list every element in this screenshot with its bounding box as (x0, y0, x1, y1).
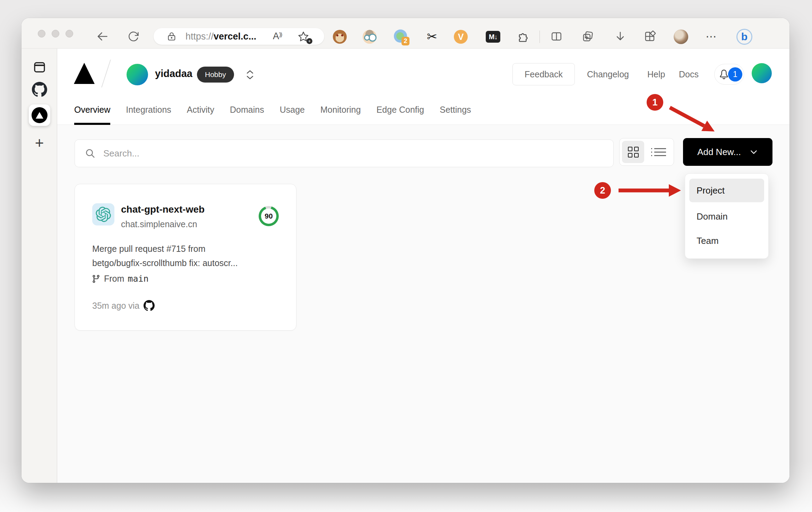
extension-proxy-icon[interactable]: 2 (393, 29, 409, 45)
browser-window: https://vercel.c... A)) + 2 ✂ V M↓ (21, 18, 789, 483)
grid-view-icon (628, 147, 639, 157)
address-bar[interactable]: https://vercel.c... A)) + (154, 28, 324, 45)
apps-icon[interactable] (642, 29, 657, 44)
chevron-down-icon (749, 147, 758, 156)
github-icon (144, 300, 155, 311)
browser-toolbar: https://vercel.c... A)) + 2 ✂ V M↓ (21, 18, 789, 49)
traffic-light-close[interactable] (38, 30, 45, 37)
dropdown-item-team[interactable]: Team (689, 229, 764, 253)
search-icon (85, 148, 96, 159)
changelog-link[interactable]: Changelog (587, 69, 629, 79)
sidebar-add-icon[interactable]: + (21, 135, 57, 151)
sidebar-github-icon[interactable] (21, 82, 57, 97)
plan-badge: Hobby (197, 67, 234, 83)
tab-monitoring[interactable]: Monitoring (320, 94, 361, 125)
extension-markdown-icon[interactable]: M↓ (485, 29, 501, 45)
score-value: 90 (261, 208, 276, 224)
git-branch-icon (92, 274, 101, 283)
tab-edge-config[interactable]: Edge Config (377, 94, 424, 125)
extension-avatar-icon[interactable] (362, 29, 378, 45)
search-input[interactable] (103, 148, 613, 159)
breadcrumb-slash (101, 60, 111, 88)
vercel-header: yidadaa Hobby Feedback Changelog Help Do… (57, 49, 789, 125)
more-menu-icon[interactable]: ⋯ (704, 29, 719, 44)
add-new-dropdown: Project Domain Team (685, 173, 769, 259)
list-view-icon (654, 148, 666, 156)
vercel-triangle-icon (36, 112, 43, 119)
toolbar-divider (539, 31, 540, 43)
project-logo (92, 203, 114, 225)
add-new-button[interactable]: Add New... (683, 138, 772, 166)
downloads-icon[interactable] (613, 29, 628, 44)
favorite-star-icon[interactable]: + (298, 31, 310, 43)
read-aloud-icon[interactable]: A)) (273, 31, 282, 42)
bing-chat-icon[interactable]: b (736, 29, 752, 45)
vercel-tabs: Overview Integrations Activity Domains U… (74, 94, 471, 125)
docs-link[interactable]: Docs (679, 69, 699, 79)
traffic-light-minimize[interactable] (52, 30, 59, 37)
vercel-content: Add New... Project Domain Team chat-gpt-… (57, 125, 789, 483)
extensions-puzzle-icon[interactable] (516, 29, 532, 45)
annotation-step-1: 1 (647, 94, 663, 111)
branch-name: main (128, 274, 148, 284)
tab-domains[interactable]: Domains (230, 94, 264, 125)
project-domain[interactable]: chat.simplenaive.cn (121, 219, 197, 229)
team-switcher-icon[interactable] (244, 66, 256, 83)
deployment-meta: 35m ago via (92, 300, 155, 311)
profile-avatar[interactable] (673, 29, 689, 45)
bell-icon (719, 69, 729, 79)
view-switcher (619, 138, 674, 166)
dropdown-item-project[interactable]: Project (689, 179, 764, 202)
notifications-button[interactable]: 1 (714, 64, 744, 85)
commit-message-line1: Merge pull request #715 from (92, 244, 206, 254)
tab-activity[interactable]: Activity (187, 94, 214, 125)
vercel-page: yidadaa Hobby Feedback Changelog Help Do… (57, 49, 789, 483)
list-view-button[interactable] (649, 141, 671, 163)
extension-v-icon[interactable]: V (453, 29, 469, 45)
openai-icon (96, 207, 111, 222)
team-name[interactable]: yidadaa (155, 68, 192, 79)
from-label: From (104, 274, 124, 284)
search-box[interactable] (75, 139, 614, 167)
extension-badge-count: 2 (401, 37, 409, 45)
user-avatar[interactable] (752, 63, 772, 83)
back-icon[interactable] (95, 29, 110, 44)
edge-sidebar: + (21, 49, 57, 483)
dropdown-item-domain[interactable]: Domain (689, 205, 764, 228)
branch-row: From main (92, 274, 149, 284)
url-host: vercel.c... (214, 31, 256, 42)
commit-message-line2: betgo/bugfix-scrollthumb fix: autoscr... (92, 258, 238, 268)
lock-icon (167, 32, 176, 41)
annotation-step-2: 2 (594, 182, 611, 199)
sidebar-toggle-icon[interactable] (21, 60, 57, 75)
team-avatar[interactable] (127, 64, 148, 85)
notification-count-badge: 1 (728, 67, 742, 82)
tab-usage[interactable]: Usage (280, 94, 305, 125)
deployed-time: 35m ago via (92, 301, 139, 311)
vercel-logo-icon[interactable] (74, 63, 95, 84)
grid-view-button[interactable] (622, 141, 644, 163)
feedback-button[interactable]: Feedback (512, 63, 575, 85)
score-ring[interactable]: 90 (259, 206, 279, 226)
split-screen-icon[interactable] (549, 29, 564, 44)
sidebar-vercel-app-icon[interactable] (21, 104, 57, 126)
tab-overview[interactable]: Overview (74, 94, 110, 125)
reload-icon[interactable] (126, 29, 141, 44)
tab-integrations[interactable]: Integrations (126, 94, 171, 125)
project-card[interactable]: chat-gpt-next-web chat.simplenaive.cn 90… (75, 184, 296, 331)
collections-icon[interactable] (580, 29, 595, 44)
help-link[interactable]: Help (647, 69, 665, 79)
extension-scissors-icon[interactable]: ✂ (424, 29, 440, 45)
extension-tampermonkey-icon[interactable] (332, 29, 348, 45)
project-name[interactable]: chat-gpt-next-web (121, 204, 205, 215)
tab-settings[interactable]: Settings (440, 94, 471, 125)
add-new-label: Add New... (697, 147, 741, 157)
url-text: https://vercel.c... (185, 31, 256, 42)
url-scheme: https:// (185, 31, 214, 42)
add-favorite-plus: + (306, 38, 312, 44)
traffic-light-zoom[interactable] (66, 30, 73, 37)
